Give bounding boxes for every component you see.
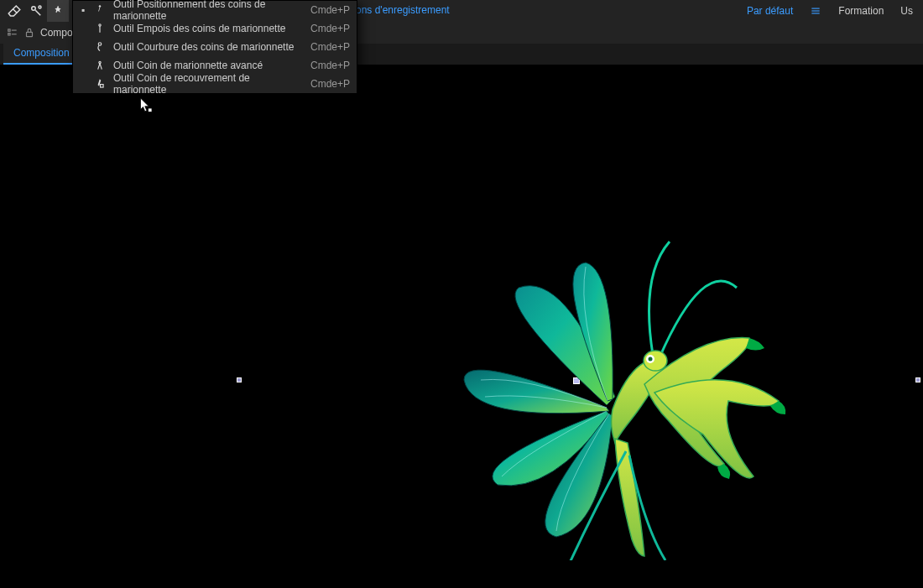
menu-shortcut: Cmde+P xyxy=(310,41,350,53)
menu-check-mark: ▪ xyxy=(80,4,86,16)
svg-rect-9 xyxy=(27,32,33,36)
workspace-selector[interactable]: Par défaut xyxy=(747,5,793,17)
canvas[interactable] xyxy=(32,70,923,588)
menu-item-label: Outil Empois des coins de marionnette xyxy=(113,23,304,34)
bend-icon xyxy=(93,41,107,53)
workspace-menu-icon[interactable] xyxy=(810,5,821,17)
menu-shortcut: Cmde+P xyxy=(310,78,350,90)
lock-icon[interactable] xyxy=(23,27,35,39)
starch-icon xyxy=(93,23,107,34)
menu-shortcut: Cmde+P xyxy=(310,23,350,34)
advanced-icon xyxy=(93,60,107,71)
eraser-icon xyxy=(7,3,22,18)
menu-item-label: Outil Coin de recouvrement de marionnett… xyxy=(113,72,304,96)
svg-point-14 xyxy=(99,61,101,63)
menu-item-puppet-overlap[interactable]: Outil Coin de recouvrement de marionnett… xyxy=(73,75,357,93)
svg-point-0 xyxy=(32,7,36,11)
panel-list-icon[interactable] xyxy=(7,27,18,39)
svg-point-10 xyxy=(99,5,101,7)
svg-rect-6 xyxy=(8,34,10,35)
svg-point-21 xyxy=(649,357,653,362)
record-options-link[interactable]: tions d'enregistrement xyxy=(351,4,450,16)
pin-icon xyxy=(93,4,107,16)
menu-item-puppet-starch[interactable]: Outil Empois des coins de marionnette Cm… xyxy=(73,19,357,38)
menu-item-puppet-position[interactable]: ▪ Outil Positionnement des coins de mari… xyxy=(73,1,357,19)
user-partial[interactable]: Us xyxy=(900,5,913,17)
selection-handle-right[interactable] xyxy=(915,377,920,382)
menu-shortcut: Cmde+P xyxy=(310,4,350,16)
overlap-icon xyxy=(93,78,107,90)
menu-item-puppet-bend[interactable]: Outil Courbure des coins de marionnette … xyxy=(73,38,357,56)
menu-shortcut: Cmde+P xyxy=(310,60,350,71)
menu-item-label: Outil Courbure des coins de marionnette xyxy=(113,41,304,53)
eraser-tool[interactable] xyxy=(3,0,25,22)
pin-icon xyxy=(50,3,65,18)
composition-viewer[interactable] xyxy=(0,65,923,588)
selection-handle-left[interactable] xyxy=(237,377,242,382)
svg-point-13 xyxy=(98,43,102,46)
puppet-pin-tool[interactable] xyxy=(47,0,69,22)
svg-rect-17 xyxy=(101,85,104,88)
svg-rect-5 xyxy=(8,29,10,31)
roto-brush-icon xyxy=(29,3,44,18)
puppet-tool-dropdown: ▪ Outil Positionnement des coins de mari… xyxy=(72,0,357,94)
menu-item-label: Outil Positionnement des coins de marion… xyxy=(113,0,304,22)
svg-line-15 xyxy=(98,64,100,70)
menu-item-label: Outil Coin de marionnette avancé xyxy=(113,60,304,71)
svg-line-16 xyxy=(100,64,102,70)
formation-link[interactable]: Formation xyxy=(838,5,884,17)
toolbar-right: Par défaut Formation Us xyxy=(747,5,920,17)
mantis-illustration xyxy=(418,225,804,560)
svg-point-11 xyxy=(99,24,101,26)
svg-point-1 xyxy=(39,6,41,8)
roto-brush-tool[interactable] xyxy=(25,0,47,22)
